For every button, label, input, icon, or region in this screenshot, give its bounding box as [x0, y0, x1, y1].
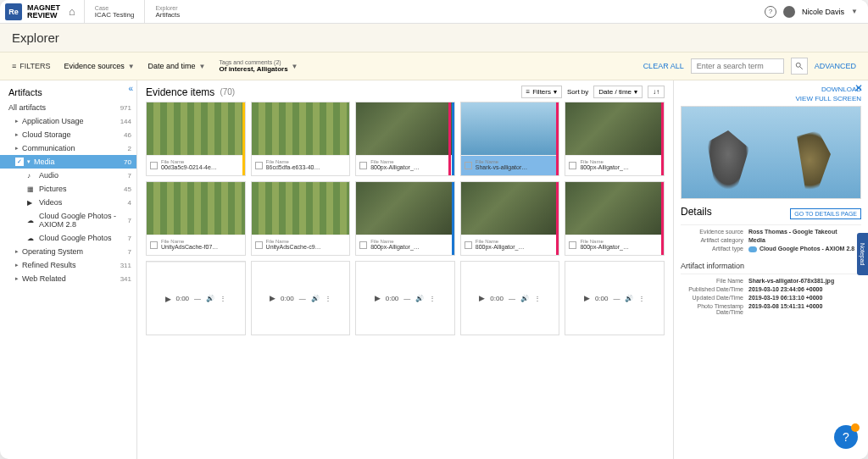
card-checkbox[interactable]	[465, 162, 472, 169]
help-chat-button[interactable]: ?	[834, 425, 858, 449]
user-avatar-icon	[783, 6, 795, 18]
app-header: Re MAGNET REVIEW ⌂ Case ICAC Testing Exp…	[0, 0, 868, 24]
card-checkbox[interactable]	[465, 241, 472, 249]
svg-line-1	[799, 67, 802, 69]
grid-filters-button[interactable]: ≡ Filters ▾	[521, 86, 562, 98]
evidence-items-count: (70)	[220, 87, 235, 97]
filters-button[interactable]: ≡ FILTERS	[12, 62, 51, 70]
evidence-card-audio[interactable]: ▶0:00—🔊⋮	[565, 261, 665, 335]
tree-videos[interactable]: ▶Videos4	[0, 196, 136, 209]
breadcrumb-case[interactable]: Case ICAC Testing	[84, 0, 145, 23]
artifact-info-title: Artifact information	[681, 262, 861, 270]
evidence-card[interactable]: File Name800px-Alligator_…	[565, 102, 665, 176]
details-title: Details	[681, 206, 790, 218]
help-icon[interactable]: ?	[765, 6, 776, 18]
cloud-icon: ☁	[27, 235, 36, 242]
card-checkbox[interactable]	[359, 241, 367, 249]
play-icon[interactable]: ▶	[479, 294, 485, 302]
search-button[interactable]	[791, 58, 808, 75]
evidence-sources-dropdown[interactable]: Evidence sources▼	[64, 62, 135, 70]
evidence-card[interactable]: File Name800px-Alligator_…	[565, 181, 665, 256]
notepad-tab[interactable]: Notepad	[857, 233, 868, 275]
checkbox-icon[interactable]: ✓	[15, 158, 24, 166]
card-checkbox[interactable]	[150, 241, 158, 249]
preview-image[interactable]	[681, 106, 861, 199]
play-icon[interactable]: ▶	[375, 294, 381, 302]
home-icon[interactable]: ⌂	[69, 5, 75, 18]
download-link[interactable]: DOWNLOAD	[681, 86, 861, 93]
evidence-card[interactable]: File Name00d3a5c9-0214-4e…	[146, 102, 246, 176]
sort-direction-button[interactable]: ↓↑	[648, 86, 665, 98]
evidence-card[interactable]: File NameUnityAdsCache-c9…	[251, 181, 351, 256]
evidence-card[interactable]: File Name800px-Alligator_…	[460, 181, 560, 256]
clear-all-button[interactable]: CLEAR ALL	[643, 62, 684, 70]
play-icon[interactable]: ▶	[270, 294, 275, 302]
more-icon[interactable]: ⋮	[325, 295, 331, 302]
card-checkbox[interactable]	[569, 241, 576, 249]
more-icon[interactable]: ⋮	[429, 295, 436, 302]
card-checkbox[interactable]	[359, 162, 367, 169]
more-icon[interactable]: ⋮	[534, 295, 541, 302]
date-time-dropdown[interactable]: Date and time▼	[148, 62, 206, 70]
collapse-sidebar-icon[interactable]: «	[128, 84, 133, 93]
more-icon[interactable]: ⋮	[638, 295, 645, 302]
card-checkbox[interactable]	[255, 162, 263, 169]
tree-refined-results[interactable]: ▸Refined Results311	[0, 258, 136, 272]
volume-icon[interactable]: 🔊	[206, 295, 214, 302]
artifacts-sidebar: « Artifacts All artifacts 971 ▸Applicati…	[0, 80, 137, 459]
advanced-button[interactable]: ADVANCED	[815, 62, 856, 70]
audio-icon: ♪	[27, 172, 36, 180]
evidence-card[interactable]: File NameUnityAdsCache-f07…	[146, 181, 246, 256]
evidence-card-audio[interactable]: ▶0:00—🔊⋮	[355, 261, 455, 335]
tree-operating-system[interactable]: ▸Operating System7	[0, 245, 136, 258]
tree-communication[interactable]: ▸Communication2	[0, 141, 136, 155]
volume-icon[interactable]: 🔊	[311, 295, 320, 302]
tree-cloud-storage[interactable]: ▸Cloud Storage46	[0, 128, 136, 141]
tree-all-artifacts[interactable]: All artifacts 971	[0, 101, 136, 114]
filter-bar: ≡ FILTERS Evidence sources▼ Date and tim…	[0, 53, 868, 80]
logo-icon: Re	[5, 3, 22, 20]
play-icon[interactable]: ▶	[584, 294, 590, 302]
close-icon[interactable]: ✕	[854, 82, 863, 94]
play-icon[interactable]: ▶	[165, 295, 171, 303]
tree-web-related[interactable]: ▸Web Related341	[0, 272, 136, 285]
tree-cloud-google-photos-axiom[interactable]: ☁Cloud Google Photos - AXIOM 2.87	[0, 209, 136, 231]
cloud-icon	[748, 246, 757, 252]
evidence-card[interactable]: File Name800px-Alligator_…	[355, 181, 455, 256]
user-menu-chevron-icon[interactable]: ▼	[851, 8, 858, 15]
card-checkbox[interactable]	[569, 162, 576, 169]
fullscreen-link[interactable]: VIEW FULL SCREEN	[681, 95, 861, 102]
card-checkbox[interactable]	[150, 162, 158, 169]
volume-icon[interactable]: 🔊	[625, 295, 633, 302]
tree-pictures[interactable]: ▦Pictures45	[0, 182, 136, 196]
sort-dropdown[interactable]: Date / time ▾	[593, 86, 643, 98]
svg-point-0	[796, 63, 800, 67]
user-name[interactable]: Nicole Davis	[802, 8, 844, 16]
evidence-card-audio[interactable]: ▶0:00—🔊⋮	[251, 261, 351, 335]
evidence-card-audio[interactable]: ▶0:00—🔊⋮	[460, 261, 560, 335]
card-checkbox[interactable]	[255, 241, 263, 249]
go-to-details-button[interactable]: GO TO DETAILS PAGE	[790, 208, 861, 219]
tree-audio[interactable]: ♪Audio7	[0, 169, 136, 182]
page-title-bar: Explorer	[0, 24, 868, 53]
search-icon	[795, 62, 804, 70]
evidence-card[interactable]: File Name800px-Alligator_…	[355, 102, 455, 176]
videos-icon: ▶	[27, 199, 36, 207]
page-title: Explorer	[12, 30, 856, 45]
tree-cloud-google-photos[interactable]: ☁Cloud Google Photos7	[0, 231, 136, 245]
notification-badge	[851, 423, 860, 432]
volume-icon[interactable]: 🔊	[415, 295, 424, 302]
tags-dropdown[interactable]: Tags and comments (2) Of interest, Allig…	[220, 59, 298, 73]
filter-icon: ≡	[12, 62, 16, 70]
tree-application-usage[interactable]: ▸Application Usage144	[0, 114, 136, 128]
breadcrumb-explorer[interactable]: Explorer Artifacts	[144, 0, 190, 23]
volume-icon[interactable]: 🔊	[520, 295, 529, 302]
evidence-card[interactable]: File Name86cd5dfa-e633-40…	[251, 102, 351, 176]
more-icon[interactable]: ⋮	[220, 295, 226, 302]
search-input[interactable]	[691, 58, 784, 74]
evidence-card-selected[interactable]: File NameShark-vs-alligator…	[460, 102, 560, 176]
sidebar-title: Artifacts	[0, 80, 136, 101]
evidence-card-video[interactable]: ▶0:00—🔊⋮	[146, 261, 246, 335]
tree-media[interactable]: ✓ ▾Media70	[0, 155, 136, 169]
pictures-icon: ▦	[27, 185, 36, 193]
